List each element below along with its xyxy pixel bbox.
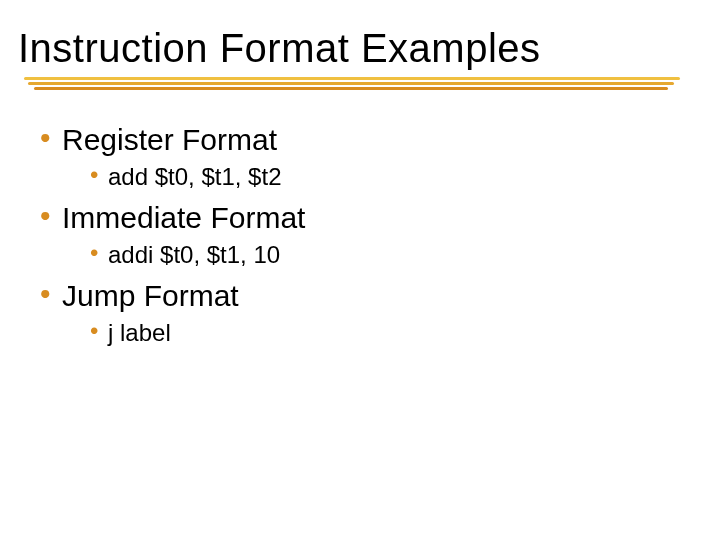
sub-bullet-list: add $t0, $t1, $t2: [90, 163, 700, 191]
bullet-item-register: Register Format add $t0, $t1, $t2: [40, 123, 700, 191]
bullet-item-jump: Jump Format j label: [40, 279, 700, 347]
slide: Instruction Format Examples Register For…: [0, 0, 720, 540]
sub-bullet-item: addi $t0, $t1, 10: [90, 241, 700, 269]
sub-bullet-item: j label: [90, 319, 700, 347]
sub-bullet-label: add $t0, $t1, $t2: [108, 163, 281, 190]
sub-bullet-label: addi $t0, $t1, 10: [108, 241, 280, 268]
sub-bullet-label: j label: [108, 319, 171, 346]
slide-title: Instruction Format Examples: [18, 26, 700, 71]
sub-bullet-list: addi $t0, $t1, 10: [90, 241, 700, 269]
title-underline: [18, 77, 700, 101]
underline-stroke: [28, 82, 674, 85]
sub-bullet-list: j label: [90, 319, 700, 347]
bullet-item-immediate: Immediate Format addi $t0, $t1, 10: [40, 201, 700, 269]
bullet-label: Jump Format: [62, 279, 239, 312]
bullet-label: Immediate Format: [62, 201, 305, 234]
sub-bullet-item: add $t0, $t1, $t2: [90, 163, 700, 191]
underline-stroke: [24, 77, 680, 80]
bullet-list: Register Format add $t0, $t1, $t2 Immedi…: [40, 123, 700, 347]
bullet-label: Register Format: [62, 123, 277, 156]
underline-stroke: [34, 87, 668, 90]
